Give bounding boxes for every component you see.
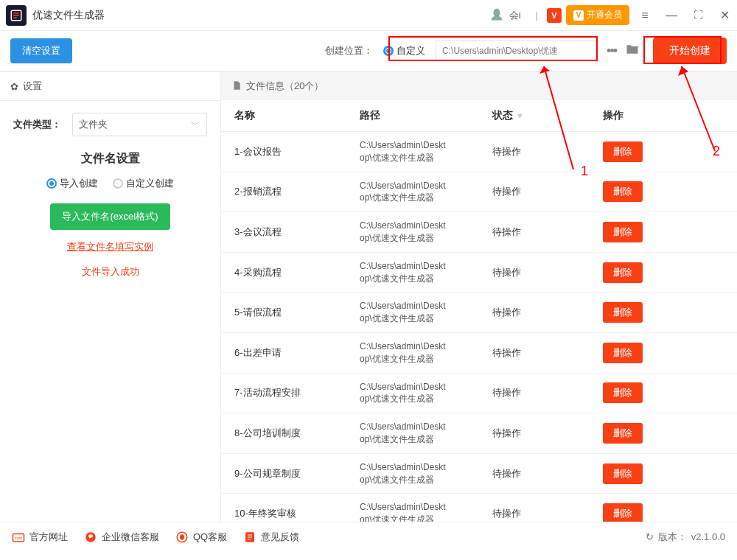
import-create-radio[interactable]: 导入创建 [46,177,98,190]
radio-on-icon [46,178,57,189]
annotation-number-1: 1 [581,164,588,179]
feedback-label: 意见反馈 [261,531,299,544]
cell-name: 8-公司培训制度 [234,427,360,440]
delete-button[interactable]: 删除 [603,141,643,162]
delete-button[interactable]: 删除 [603,181,643,202]
cell-path: C:\Users\admin\Desktop\优速文件生成器 [360,340,492,365]
fullscreen-icon[interactable]: ⛶ [691,10,705,21]
cell-path: C:\Users\admin\Desktop\优速文件生成器 [360,501,492,522]
user-avatar-icon [489,7,505,24]
toolbar: 清空设置 创建位置： 自定义 ••• 开始创建 [0,31,737,72]
cell-path: C:\Users\admin\Desktop\优速文件生成器 [360,180,492,205]
app-icon [6,5,27,26]
annotation-number-2: 2 [713,144,720,159]
cell-path: C:\Users\admin\Desktop\优速文件生成器 [360,220,492,245]
titlebar: 优速文件生成器 会i | V V 开通会员 ≡ — ⛶ ✕ [0,0,737,31]
menu-icon[interactable]: ≡ [638,9,652,22]
minimize-icon[interactable]: — [665,9,678,22]
delete-button[interactable]: 删除 [603,382,643,403]
radio-on-icon [383,46,394,56]
file-icon [231,80,242,93]
official-site-label: 官方网址 [29,531,68,544]
table-body[interactable]: 1-会议报告C:\Users\admin\Desktop\优速文件生成器待操作删… [221,132,737,522]
settings-header-label: 设置 [23,80,42,93]
cell-name: 5-请假流程 [234,306,360,319]
path-input[interactable] [436,41,598,61]
file-type-label: 文件类型： [13,118,65,131]
refresh-icon[interactable]: ↻ [646,531,654,542]
clear-settings-button[interactable]: 清空设置 [10,38,72,63]
delete-button[interactable]: 删除 [603,222,643,242]
globe-icon: com [12,531,25,544]
cell-name: 3-会议流程 [234,225,360,239]
col-status-header[interactable]: 状态 ▼ [492,109,603,122]
file-info-header: 文件信息（20个） [221,72,737,100]
table-row: 1-会议报告C:\Users\admin\Desktop\优速文件生成器待操作删… [221,132,737,172]
cell-op: 删除 [603,343,724,363]
gear-icon: ✿ [10,81,18,92]
divider: | [536,10,538,21]
file-table: 名称 路径 状态 ▼ 操作 1-会议报告C:\Users\admin\Deskt… [221,100,737,522]
start-create-button[interactable]: 开始创建 [653,38,727,64]
delete-button[interactable]: 删除 [603,302,643,323]
delete-button[interactable]: 删除 [603,503,643,522]
version-info: ↻ 版本： v2.1.0.0 [646,531,725,544]
vip-button[interactable]: V 开通会员 [566,5,629,25]
close-icon[interactable]: ✕ [718,8,731,22]
cell-status: 待操作 [492,467,603,480]
import-status: 文件导入成功 [0,265,220,279]
user-name: 会i [509,9,521,22]
delete-button[interactable]: 删除 [603,262,643,283]
user-area[interactable]: 会i [489,7,521,24]
import-filename-button[interactable]: 导入文件名(excel格式) [50,203,170,230]
folder-browse-icon[interactable] [625,42,640,60]
cell-status: 待操作 [492,507,603,520]
cell-status: 待操作 [492,346,603,360]
cell-status: 待操作 [492,145,603,158]
cell-name: 9-公司规章制度 [234,467,360,480]
filename-section-title: 文件名设置 [0,151,220,167]
cell-path: C:\Users\admin\Desktop\优速文件生成器 [360,381,492,406]
wechat-support-link[interactable]: 企业微信客服 [84,531,159,544]
qq-support-link[interactable]: QQ客服 [175,531,227,544]
custom-create-radio[interactable]: 自定义创建 [113,177,174,190]
create-mode-radios: 导入创建 自定义创建 [0,174,220,193]
cell-path: C:\Users\admin\Desktop\优速文件生成器 [360,260,492,285]
qq-icon [175,531,189,544]
delete-button[interactable]: 删除 [603,343,643,363]
create-location-group: 创建位置： 自定义 ••• [325,41,640,61]
feedback-icon [243,531,256,544]
file-info-label: 文件信息（20个） [246,80,324,93]
delete-button[interactable]: 删除 [603,463,643,484]
custom-location-label: 自定义 [397,44,425,57]
filter-icon: ▼ [516,111,524,120]
cell-status: 待操作 [492,185,603,198]
cell-status: 待操作 [492,306,603,319]
table-row: 3-会议流程C:\Users\admin\Desktop\优速文件生成器待操作删… [221,212,737,253]
delete-button[interactable]: 删除 [603,423,643,444]
app-title: 优速文件生成器 [32,9,105,22]
custom-location-radio[interactable]: 自定义 [379,41,430,60]
table-row: 7-活动流程安排C:\Users\admin\Desktop\优速文件生成器待操… [221,374,737,414]
example-link[interactable]: 查看文件名填写实例 [0,240,220,253]
window-controls: ≡ — ⛶ ✕ [638,8,731,22]
custom-create-label: 自定义创建 [126,177,174,190]
location-label: 创建位置： [325,44,373,57]
file-type-select[interactable]: 文件夹 ﹀ [72,113,207,136]
cell-status: 待操作 [492,225,603,239]
cell-op: 删除 [603,302,724,323]
import-create-label: 导入创建 [60,177,98,190]
more-dots-icon[interactable]: ••• [604,43,619,59]
official-site-link[interactable]: com 官方网址 [12,531,68,544]
table-row: 10-年终奖审核C:\Users\admin\Desktop\优速文件生成器待操… [221,494,737,522]
cell-path: C:\Users\admin\Desktop\优速文件生成器 [360,300,492,325]
content-panel: 文件信息（20个） 名称 路径 状态 ▼ 操作 1-会议报告C:\Users\a… [221,72,737,522]
col-name-header: 名称 [234,109,360,122]
wechat-support-label: 企业微信客服 [102,531,159,544]
cell-path: C:\Users\admin\Desktop\优速文件生成器 [360,421,492,446]
cell-name: 7-活动流程安排 [234,386,360,399]
cell-name: 2-报销流程 [234,185,360,198]
vip-button-label: 开通会员 [587,9,622,21]
cell-op: 删除 [603,382,724,403]
feedback-link[interactable]: 意见反馈 [243,531,299,544]
